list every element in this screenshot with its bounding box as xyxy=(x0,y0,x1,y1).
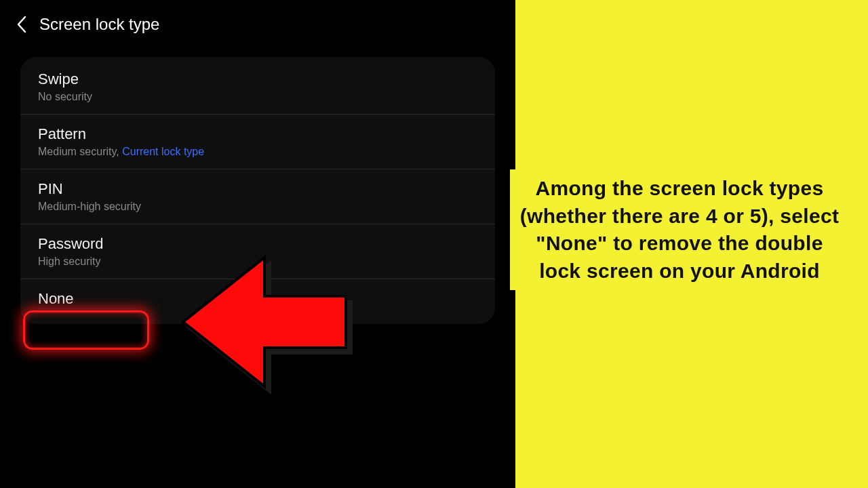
option-pin[interactable]: PIN Medium-high security xyxy=(20,169,495,224)
phone-screenshot-area: Screen lock type Swipe No security Patte… xyxy=(0,0,515,488)
option-swipe[interactable]: Swipe No security xyxy=(20,60,495,115)
lock-type-options-card: Swipe No security Pattern Medium securit… xyxy=(20,57,495,324)
page-title: Screen lock type xyxy=(39,15,159,34)
option-none[interactable]: None xyxy=(20,279,495,321)
option-pattern[interactable]: Pattern Medium security, Current lock ty… xyxy=(20,115,495,169)
option-subtitle: No security xyxy=(38,91,477,103)
option-subtitle: Medium-high security xyxy=(38,201,477,213)
instruction-text: Among the screen lock types (whether the… xyxy=(517,175,842,285)
option-title: Password xyxy=(38,235,477,253)
back-icon[interactable] xyxy=(16,16,27,33)
option-subtitle: High security xyxy=(38,256,477,268)
option-subtitle: Medium security, Current lock type xyxy=(38,146,477,158)
settings-header: Screen lock type xyxy=(0,0,515,49)
option-title: Swipe xyxy=(38,70,477,88)
option-password[interactable]: Password High security xyxy=(20,224,495,279)
option-title: None xyxy=(38,290,477,308)
option-title: PIN xyxy=(38,180,477,198)
instruction-panel: Among the screen lock types (whether the… xyxy=(510,169,849,290)
current-lock-label: Current lock type xyxy=(122,146,204,157)
subtitle-prefix: Medium security, xyxy=(38,146,122,157)
option-title: Pattern xyxy=(38,125,477,143)
